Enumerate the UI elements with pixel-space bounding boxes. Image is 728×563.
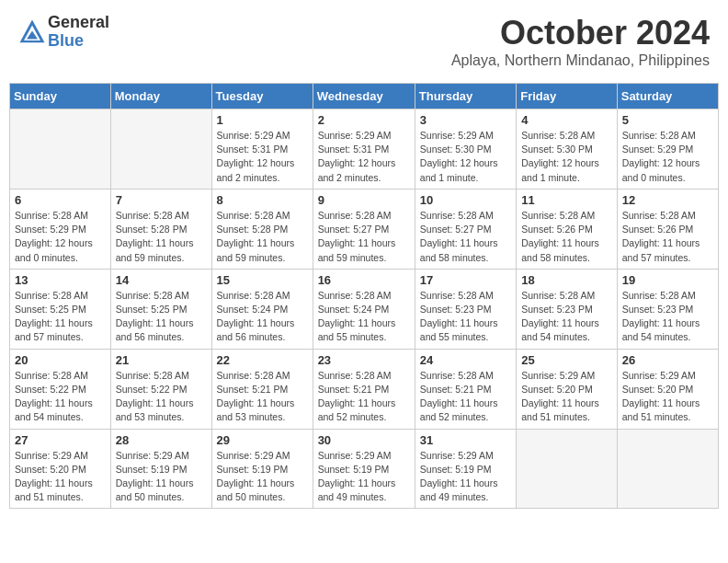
calendar-week-row: 1Sunrise: 5:29 AM Sunset: 5:31 PM Daylig… [10,109,719,190]
day-number: 3 [420,113,511,127]
day-number: 1 [217,113,308,127]
calendar-cell: 8Sunrise: 5:28 AM Sunset: 5:28 PM Daylig… [211,189,313,269]
day-number: 20 [15,353,106,367]
logo-general-text: General [48,14,109,32]
day-number: 19 [622,273,713,287]
day-detail: Sunrise: 5:29 AM Sunset: 5:19 PM Dayligh… [217,449,308,505]
calendar-day-header: Saturday [617,84,718,109]
calendar-cell [617,429,718,509]
month-title: October 2024 [451,14,710,52]
day-number: 24 [420,353,511,367]
day-number: 17 [420,273,511,287]
calendar-cell: 17Sunrise: 5:28 AM Sunset: 5:23 PM Dayli… [415,269,516,349]
calendar-cell: 6Sunrise: 5:28 AM Sunset: 5:29 PM Daylig… [10,189,111,269]
day-detail: Sunrise: 5:28 AM Sunset: 5:27 PM Dayligh… [318,209,410,265]
day-detail: Sunrise: 5:28 AM Sunset: 5:21 PM Dayligh… [217,369,308,425]
day-number: 16 [318,273,410,287]
calendar-table: SundayMondayTuesdayWednesdayThursdayFrid… [9,83,719,509]
day-number: 22 [217,353,308,367]
day-number: 31 [420,433,511,447]
calendar-cell: 11Sunrise: 5:28 AM Sunset: 5:26 PM Dayli… [517,189,618,269]
calendar-cell: 26Sunrise: 5:29 AM Sunset: 5:20 PM Dayli… [617,349,718,429]
calendar-cell: 30Sunrise: 5:29 AM Sunset: 5:19 PM Dayli… [313,429,415,509]
day-number: 15 [217,273,308,287]
calendar-week-row: 13Sunrise: 5:28 AM Sunset: 5:25 PM Dayli… [10,269,719,349]
day-number: 6 [15,193,106,207]
day-number: 26 [622,353,713,367]
calendar-cell: 31Sunrise: 5:29 AM Sunset: 5:19 PM Dayli… [415,429,516,509]
day-number: 14 [116,273,207,287]
calendar-day-header: Wednesday [313,84,415,109]
calendar-cell: 12Sunrise: 5:28 AM Sunset: 5:26 PM Dayli… [617,189,718,269]
calendar-week-row: 20Sunrise: 5:28 AM Sunset: 5:22 PM Dayli… [10,349,719,429]
logo-icon [18,18,46,46]
logo: General Blue [18,14,109,51]
day-number: 30 [318,433,410,447]
day-detail: Sunrise: 5:29 AM Sunset: 5:19 PM Dayligh… [318,449,410,505]
day-detail: Sunrise: 5:28 AM Sunset: 5:23 PM Dayligh… [622,289,713,345]
day-number: 13 [15,273,106,287]
calendar-cell: 4Sunrise: 5:28 AM Sunset: 5:30 PM Daylig… [517,109,618,190]
day-detail: Sunrise: 5:29 AM Sunset: 5:31 PM Dayligh… [217,129,308,185]
calendar-day-header: Friday [517,84,618,109]
calendar-day-header: Monday [110,84,211,109]
calendar-week-row: 6Sunrise: 5:28 AM Sunset: 5:29 PM Daylig… [10,189,719,269]
day-number: 2 [318,113,410,127]
day-detail: Sunrise: 5:29 AM Sunset: 5:31 PM Dayligh… [318,129,410,185]
day-detail: Sunrise: 5:29 AM Sunset: 5:30 PM Dayligh… [420,129,511,185]
day-detail: Sunrise: 5:28 AM Sunset: 5:24 PM Dayligh… [318,289,410,345]
day-detail: Sunrise: 5:28 AM Sunset: 5:25 PM Dayligh… [15,289,106,345]
day-detail: Sunrise: 5:28 AM Sunset: 5:23 PM Dayligh… [521,289,612,345]
calendar-cell: 2Sunrise: 5:29 AM Sunset: 5:31 PM Daylig… [313,109,415,190]
calendar-cell: 13Sunrise: 5:28 AM Sunset: 5:25 PM Dayli… [10,269,111,349]
calendar-cell: 29Sunrise: 5:29 AM Sunset: 5:19 PM Dayli… [211,429,313,509]
calendar-cell: 21Sunrise: 5:28 AM Sunset: 5:22 PM Dayli… [110,349,211,429]
calendar-day-header: Tuesday [211,84,313,109]
calendar-week-row: 27Sunrise: 5:29 AM Sunset: 5:20 PM Dayli… [10,429,719,509]
day-number: 7 [116,193,207,207]
day-number: 11 [521,193,612,207]
day-number: 21 [116,353,207,367]
calendar-cell: 9Sunrise: 5:28 AM Sunset: 5:27 PM Daylig… [313,189,415,269]
day-number: 8 [217,193,308,207]
day-detail: Sunrise: 5:28 AM Sunset: 5:23 PM Dayligh… [420,289,511,345]
day-detail: Sunrise: 5:29 AM Sunset: 5:20 PM Dayligh… [521,369,612,425]
calendar-cell: 24Sunrise: 5:28 AM Sunset: 5:21 PM Dayli… [415,349,516,429]
location-subtitle: Aplaya, Northern Mindanao, Philippines [451,52,710,69]
calendar-cell: 3Sunrise: 5:29 AM Sunset: 5:30 PM Daylig… [415,109,516,190]
day-detail: Sunrise: 5:28 AM Sunset: 5:28 PM Dayligh… [217,209,308,265]
day-number: 27 [15,433,106,447]
calendar-cell: 5Sunrise: 5:28 AM Sunset: 5:29 PM Daylig… [617,109,718,190]
day-number: 9 [318,193,410,207]
calendar-cell: 22Sunrise: 5:28 AM Sunset: 5:21 PM Dayli… [211,349,313,429]
calendar-cell: 25Sunrise: 5:29 AM Sunset: 5:20 PM Dayli… [517,349,618,429]
calendar-cell: 28Sunrise: 5:29 AM Sunset: 5:19 PM Dayli… [110,429,211,509]
day-detail: Sunrise: 5:28 AM Sunset: 5:26 PM Dayligh… [521,209,612,265]
day-detail: Sunrise: 5:28 AM Sunset: 5:30 PM Dayligh… [521,129,612,185]
day-detail: Sunrise: 5:28 AM Sunset: 5:27 PM Dayligh… [420,209,511,265]
day-detail: Sunrise: 5:28 AM Sunset: 5:24 PM Dayligh… [217,289,308,345]
calendar-cell: 15Sunrise: 5:28 AM Sunset: 5:24 PM Dayli… [211,269,313,349]
calendar-cell: 7Sunrise: 5:28 AM Sunset: 5:28 PM Daylig… [110,189,211,269]
day-detail: Sunrise: 5:28 AM Sunset: 5:21 PM Dayligh… [420,369,511,425]
day-detail: Sunrise: 5:29 AM Sunset: 5:19 PM Dayligh… [116,449,207,505]
day-detail: Sunrise: 5:28 AM Sunset: 5:22 PM Dayligh… [15,369,106,425]
calendar-cell [110,109,211,190]
day-detail: Sunrise: 5:28 AM Sunset: 5:28 PM Dayligh… [116,209,207,265]
day-detail: Sunrise: 5:29 AM Sunset: 5:19 PM Dayligh… [420,449,511,505]
calendar-cell: 1Sunrise: 5:29 AM Sunset: 5:31 PM Daylig… [211,109,313,190]
day-number: 5 [622,113,713,127]
calendar-cell: 10Sunrise: 5:28 AM Sunset: 5:27 PM Dayli… [415,189,516,269]
day-detail: Sunrise: 5:29 AM Sunset: 5:20 PM Dayligh… [15,449,106,505]
day-detail: Sunrise: 5:29 AM Sunset: 5:20 PM Dayligh… [622,369,713,425]
title-section: October 2024 Aplaya, Northern Mindanao, … [451,14,710,69]
day-number: 23 [318,353,410,367]
calendar-cell: 16Sunrise: 5:28 AM Sunset: 5:24 PM Dayli… [313,269,415,349]
day-detail: Sunrise: 5:28 AM Sunset: 5:26 PM Dayligh… [622,209,713,265]
day-detail: Sunrise: 5:28 AM Sunset: 5:29 PM Dayligh… [15,209,106,265]
day-detail: Sunrise: 5:28 AM Sunset: 5:25 PM Dayligh… [116,289,207,345]
day-number: 4 [521,113,612,127]
logo-blue-text: Blue [48,32,109,51]
calendar-cell: 27Sunrise: 5:29 AM Sunset: 5:20 PM Dayli… [10,429,111,509]
calendar-day-header: Sunday [10,84,111,109]
